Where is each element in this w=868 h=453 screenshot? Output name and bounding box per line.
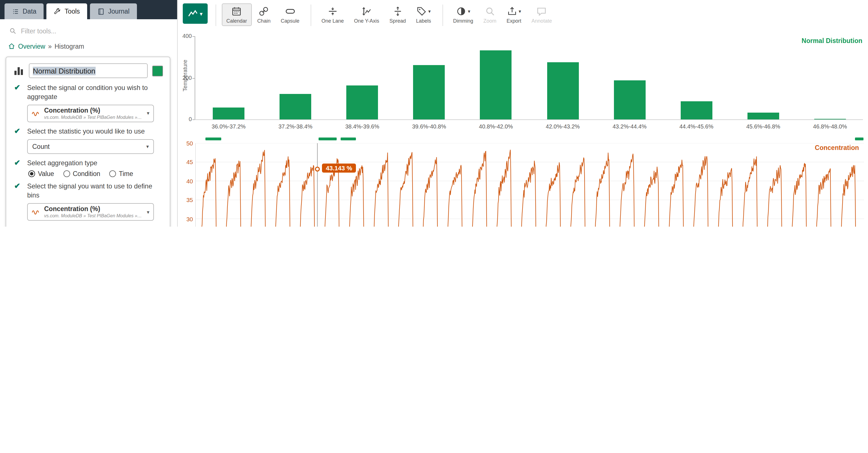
histogram-bar[interactable] [213,107,244,119]
toolbar-calendar-button[interactable]: Calendar [222,3,251,26]
histogram-bar[interactable] [413,65,445,119]
histogram-baseline [195,119,863,120]
histogram-bar[interactable] [814,119,846,119]
toolbar-spread-label: Spread [389,18,406,24]
bins-signal-path: vs.com. ModuleDB » Test PIBaGen Modules … [44,213,143,218]
histogram-bar[interactable] [347,86,378,119]
trend-view-icon [188,8,198,19]
step-aggregate-label: Select the signal or condition you wish … [27,84,158,102]
toolbar-capsule-button[interactable]: Capsule [276,3,304,26]
tab-data-label: Data [23,8,36,15]
signal-icon [32,109,40,117]
annotate-icon [537,6,547,17]
histogram-x-tick: 38.4%-39.6% [329,123,396,129]
spread-icon [393,6,403,17]
filter-tools-input[interactable] [21,27,151,34]
toolbar-chain-button[interactable]: Chain [253,3,275,26]
trend-y-tick: 45 [179,159,193,165]
step-aggregation-type: ✔ Select aggregation type [14,159,163,168]
toolbar-one-lane-button[interactable]: One Lane [317,3,348,26]
chevron-down-icon: ▾ [147,110,149,116]
tool-name-input[interactable]: Normal Distribution [29,63,148,78]
histogram-y-tick: 400 [179,33,192,39]
tab-tools[interactable]: Tools [47,3,87,19]
capsule-icon [285,6,295,17]
toolbar-one-y-axis-button[interactable]: One Y-Axis [349,3,384,26]
histogram-x-tick: 45.6%-46.8% [730,123,797,129]
radio-condition[interactable]: Condition [63,171,100,177]
capsule-segment[interactable] [341,138,356,140]
capsule-segment[interactable] [206,138,221,140]
caret-down-icon: ▾ [519,8,521,14]
chevron-down-icon: ▾ [146,144,149,149]
signal-path: vs.com. ModuleDB » Test PIBaGen Modules … [44,115,143,120]
capsule-lane [195,138,864,141]
main-area: ▾ Calendar Chain Capsule One Lane One Y-… [178,0,868,227]
zoom-icon [485,6,495,17]
breadcrumb-overview[interactable]: Overview [18,43,45,50]
check-icon: ✔ [14,127,22,135]
tab-data[interactable]: Data [4,3,44,19]
aggregate-signal-select[interactable]: Concentration (%) vs.com. ModuleDB » Tes… [27,105,154,122]
step-statistic: ✔ Select the statistic you would like to… [14,127,163,136]
histogram-icon [13,65,24,77]
bins-signal-select[interactable]: Concentration (%) vs.com. ModuleDB » Tes… [27,204,154,221]
histogram-x-tick: 46.8%-48.0% [797,123,864,129]
tab-journal[interactable]: Journal [90,3,137,19]
chevron-down-icon: ▾ [147,209,149,215]
toolbar-one-y-axis-label: One Y-Axis [354,18,379,24]
breadcrumb: Overview » Histogram [0,38,177,52]
trend-y-axis[interactable]: 05101520253035404550 [179,143,194,227]
capsule-segment[interactable] [855,138,864,140]
radio-time[interactable]: Time [109,171,133,177]
cursor-value-tooltip: 43.143 % [322,163,356,173]
bins-signal-name: Concentration (%) [44,206,143,214]
color-swatch-button[interactable] [152,65,163,76]
toolbar-dimming-button[interactable]: ▾ Dimming [449,3,478,26]
histogram-x-tick: 43.2%-44.4% [596,123,663,129]
statistic-value: Count [32,143,50,150]
histogram-bar[interactable] [480,51,512,119]
step-statistic-label: Select the statistic you would like to u… [27,127,158,136]
toolbar-labels-button[interactable]: ▾ Labels [411,3,435,26]
toolbar: ▾ Calendar Chain Capsule One Lane One Y-… [178,0,868,28]
histogram-bar[interactable] [614,80,645,119]
toolbar-one-lane-label: One Lane [321,18,344,24]
capsule-segment[interactable] [318,138,337,140]
sidebar: Data Tools Journal Overview » Histogram [0,0,178,227]
histogram-x-tick: 40.8%-42.0% [463,123,529,129]
histogram-chart: Temperature020040036.0%-37.2%37.2%-38.4%… [178,28,868,137]
toolbar-zoom-button: Zoom [479,3,501,26]
labels-icon [416,6,427,17]
histogram-bar[interactable] [747,113,779,119]
toolbar-spread-button[interactable]: Spread [385,3,410,26]
tab-journal-label: Journal [108,8,129,15]
toolbar-export-label: Export [507,18,521,24]
caret-down-icon: ▾ [468,8,470,14]
aggregation-type-radios: Value Condition Time [28,171,163,177]
toolbar-labels-label: Labels [416,18,431,24]
histogram-bar[interactable] [681,101,712,119]
trend-chart[interactable]: Concentration43.143 % [195,143,864,227]
radio-value[interactable]: Value [28,171,54,177]
toolbar-trend-view-button[interactable]: ▾ [183,3,208,24]
histogram-bar[interactable] [547,62,579,119]
breadcrumb-separator: » [48,43,52,50]
export-icon [507,6,517,17]
histogram-bar[interactable] [280,94,311,119]
toolbar-zoom-label: Zoom [484,18,497,24]
home-icon [8,42,15,50]
toolbar-export-button[interactable]: ▾ Export [502,3,526,26]
histogram-legend[interactable]: Normal Distribution [802,37,862,44]
check-icon: ✔ [14,182,22,191]
histogram-x-tick: 36.0%-37.2% [195,123,262,129]
data-list-icon [12,8,19,15]
chain-icon [259,6,269,17]
histogram-y-tick: 200 [179,74,192,81]
check-icon: ✔ [14,159,22,167]
calendar-icon [232,6,242,17]
trend-legend[interactable]: Concentration [815,144,859,151]
statistic-select[interactable]: Count ▾ [27,139,154,154]
check-icon: ✔ [14,226,22,227]
toolbar-divider [442,4,443,26]
